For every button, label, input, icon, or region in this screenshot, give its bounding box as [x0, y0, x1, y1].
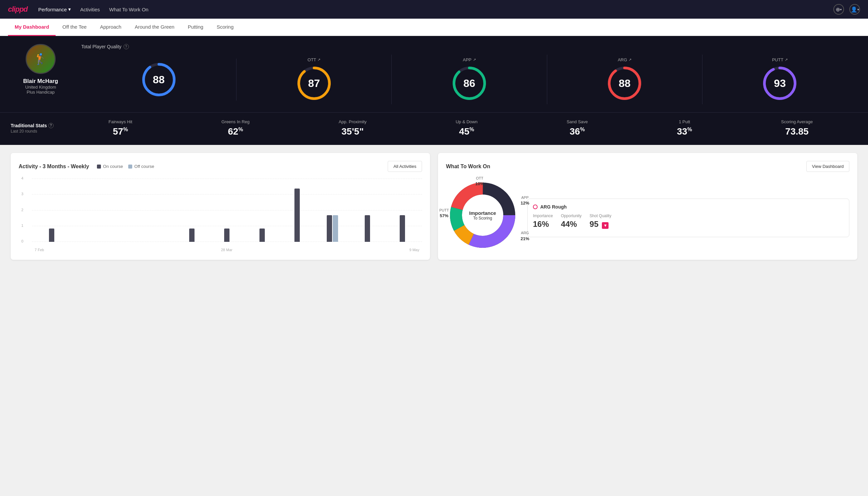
info-metrics: Importance 16% Opportunity 44% Shot Qual… — [533, 214, 844, 229]
stat-1putt: 1 Putt 33% — [677, 119, 692, 137]
player-info: 🏌️ Blair McHarg United Kingdom Plus Hand… — [11, 44, 70, 95]
info-metric-opportunity: Opportunity 44% — [561, 214, 582, 229]
tab-around-the-green[interactable]: Around the Green — [128, 19, 181, 36]
stat-up-down: Up & Down 45% — [456, 119, 478, 137]
stats-help-icon[interactable]: ? — [48, 123, 53, 128]
all-activities-button[interactable]: All Activities — [388, 161, 422, 172]
donut-chart: Importance To Scoring PUTT 57% OTT 10% A… — [446, 179, 519, 252]
score-putt: PUTT ↗ 93 — [703, 55, 857, 104]
arrow-up-arg: ↗ — [629, 58, 632, 62]
stat-app-proximity: App. Proximity 35'5" — [339, 119, 367, 137]
bar-group-1 — [69, 241, 103, 242]
tab-putting[interactable]: Putting — [181, 19, 210, 36]
bar-on-course-4 — [189, 229, 194, 242]
stats-items: Fairways Hit 57% Greens In Reg 62% App. … — [64, 119, 857, 137]
score-value-overall: 88 — [153, 73, 165, 86]
wtwo-card-header: What To Work On View Dashboard — [446, 161, 849, 172]
score-arg: ARG ↗ 88 — [547, 55, 703, 104]
stats-title: Traditional Stats ? — [11, 123, 64, 128]
nav-performance[interactable]: Performance ▾ — [38, 6, 71, 12]
stat-name-gir: Greens In Reg — [221, 119, 250, 124]
info-metric-importance: Importance 16% — [533, 214, 553, 229]
tpq-section: Total Player Quality ? 88 — [81, 44, 857, 104]
score-label-app: APP ↗ — [463, 57, 476, 62]
score-value-app: 86 — [463, 77, 475, 90]
donut-label-arg: ARG 21% — [521, 231, 529, 242]
nav-what-to-work-on[interactable]: What To Work On — [109, 7, 148, 12]
legend-off-course: Off course — [128, 164, 154, 169]
x-label-may: 9 May — [409, 248, 419, 252]
bar-on-course-7 — [295, 188, 300, 242]
tab-off-the-tee[interactable]: Off the Tee — [56, 19, 93, 36]
bar-group-6 — [245, 229, 279, 242]
info-metric-shot-quality: Shot Quality 95 ▼ — [589, 214, 611, 229]
wtwo-card-title: What To Work On — [446, 164, 490, 170]
score-label-ott: OTT ↗ — [307, 57, 320, 62]
donut-svg — [446, 179, 519, 252]
stat-gir: Greens In Reg 62% — [221, 119, 250, 137]
activity-card-header: Activity - 3 Months - Weekly On course O… — [19, 161, 422, 172]
score-value-putt: 93 — [774, 77, 786, 90]
arrow-up-ott: ↗ — [317, 58, 320, 62]
bar-on-course-5 — [224, 229, 230, 242]
stat-value-up-down: 45% — [456, 126, 478, 137]
bar-group-9 — [350, 215, 384, 242]
stat-name-fairways: Fairways Hit — [109, 119, 132, 124]
tab-approach[interactable]: Approach — [93, 19, 128, 36]
score-value-ott: 87 — [308, 77, 320, 90]
info-card-header: ARG Rough — [533, 204, 844, 210]
nav-activities[interactable]: Activities — [80, 7, 100, 12]
score-label-arg: ARG ↗ — [618, 57, 632, 62]
activity-card-title: Activity - 3 Months - Weekly — [19, 164, 89, 170]
legend-dot-off — [128, 165, 132, 169]
bar-on-course-0 — [49, 229, 54, 242]
bar-chart: 4 3 2 1 0 7 Feb 28 Mar 9 May — [19, 179, 422, 252]
help-icon[interactable]: ? — [124, 44, 129, 49]
bars-container — [32, 179, 422, 242]
bar-group-4 — [175, 229, 208, 242]
stat-scoring-avg: Scoring Average 73.85 — [781, 119, 813, 137]
donut-label-ott: OTT 10% — [475, 176, 484, 187]
avatar-emoji: 🏌️ — [34, 52, 47, 65]
bar-empty-2 — [119, 241, 124, 242]
legend-on-course: On course — [97, 164, 123, 169]
activity-card: Activity - 3 Months - Weekly On course O… — [11, 153, 430, 260]
arrow-up-putt: ↗ — [785, 58, 788, 62]
tpq-label: Total Player Quality ? — [81, 44, 857, 49]
what-to-work-on-card: What To Work On View Dashboard — [438, 153, 857, 260]
nav-links: Performance ▾ Activities What To Work On — [38, 6, 148, 12]
info-metric-importance-value: 16% — [533, 219, 553, 229]
view-dashboard-button[interactable]: View Dashboard — [806, 161, 849, 172]
nav-right: ⊕ ▾ 👤 ▾ — [833, 4, 860, 15]
circle-ott: 87 — [296, 65, 332, 102]
sub-nav-items: My Dashboard Off the Tee Approach Around… — [8, 19, 240, 36]
info-card: ARG Rough Importance 16% Opportunity 44%… — [527, 199, 849, 237]
tab-scoring[interactable]: Scoring — [210, 19, 240, 36]
info-metric-opportunity-value: 44% — [561, 219, 582, 229]
stat-name-1putt: 1 Putt — [677, 119, 692, 124]
stat-value-sand: 36% — [567, 126, 588, 137]
circle-arg: 88 — [606, 65, 643, 102]
bar-on-course-6 — [259, 229, 265, 242]
stat-name-scoring: Scoring Average — [781, 119, 813, 124]
bar-on-course-8 — [327, 215, 332, 242]
bar-off-course-8 — [333, 215, 338, 242]
chevron-down-icon-user: ▾ — [857, 7, 859, 11]
sub-navigation: My Dashboard Off the Tee Approach Around… — [0, 19, 868, 36]
legend-dot-on — [97, 165, 101, 169]
bar-group-3 — [140, 241, 174, 242]
tab-my-dashboard[interactable]: My Dashboard — [8, 19, 56, 36]
add-button[interactable]: ⊕ ▾ — [833, 4, 844, 15]
stat-name-up-down: Up & Down — [456, 119, 478, 124]
scores-row: 88 OTT ↗ 87 — [81, 55, 857, 104]
donut-label-app: APP 12% — [521, 195, 529, 206]
score-value-arg: 88 — [618, 77, 631, 90]
bar-group-10 — [386, 215, 419, 242]
traditional-stats-section: Traditional Stats ? Last 20 rounds Fairw… — [0, 112, 868, 145]
user-menu-button[interactable]: 👤 ▾ — [849, 4, 860, 15]
score-overall: 88 — [81, 59, 236, 100]
score-ott: OTT ↗ 87 — [236, 55, 392, 104]
x-label-mar: 28 Mar — [221, 248, 232, 252]
player-country: United Kingdom — [25, 84, 56, 90]
circle-putt: 93 — [761, 65, 798, 102]
